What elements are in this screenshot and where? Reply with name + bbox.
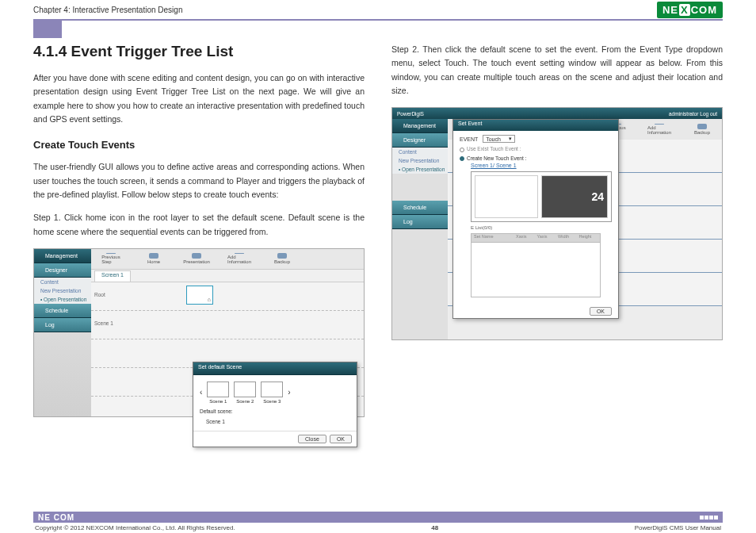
touch-area-columns: Set Name Xaxis Yaxis Width Height [471,233,601,243]
dialog-title: Set default Scene [193,362,357,375]
row-label-root: Root [94,292,105,297]
sidebar-sub-content[interactable]: Content [34,278,91,286]
sb2-schedule[interactable]: Schedule [392,201,448,215]
intro-paragraph: After you have done with scene editing a… [33,71,365,126]
footer-bar: NE COM [33,512,723,523]
ok-button-2[interactable]: OK [590,307,612,316]
elist-label: E List(0/0) [471,225,612,230]
manual-name: PowerDigiS CMS User Manual [635,524,721,531]
sidebar-item-management[interactable]: Management [34,249,91,263]
next-arrow-button[interactable]: › [288,388,290,397]
sidebar-sub-newpresentation[interactable]: New Presentation [34,286,91,295]
sb2-log[interactable]: Log [392,215,448,229]
app-sidebar: Management Designer Content New Presenta… [34,249,91,416]
sb2-content[interactable]: Content [392,148,448,156]
event-type-value: Touch [486,136,501,142]
sidebar-item-schedule[interactable]: Schedule [34,304,91,318]
tb2-addinfo[interactable]: Add Information [654,124,665,135]
scene-root-thumb[interactable]: ⌂ [186,286,213,305]
sidebar-sub-openpresentation[interactable]: • Open Presentation [34,295,91,304]
scene-option-1[interactable]: Scene 1 [207,382,229,404]
default-scene-label: Default scene: [200,408,350,414]
page-number: 48 [431,524,438,531]
row-label-scene1: Scene 1 [94,320,113,326]
touch-area-list[interactable] [471,243,601,297]
subsection-heading: Create Touch Events [33,139,365,151]
home-icon: ⌂ [208,297,211,302]
screen-tabs: Screen 1 [91,270,364,282]
prev-arrow-button[interactable]: ‹ [200,388,202,397]
brand-after: COM [691,4,717,16]
toolbar-addinfo-label: Add Information [227,255,251,264]
tb2-backup-label: Backup [694,130,710,135]
scene-preview[interactable]: 24 [471,171,612,222]
section-heading: 4.1.4 Event Trigger Tree List [33,43,365,60]
brand-logo: NE X COM [657,2,723,18]
sb2-designer[interactable]: Designer [392,133,448,148]
sidebar-item-designer[interactable]: Designer [34,263,91,278]
toolbar-presentation-label: Presentation [183,259,210,264]
scene-option-1-label: Scene 1 [209,399,227,404]
col-width: Width [558,234,579,242]
scene-option-3[interactable]: Scene 3 [261,382,283,404]
scene-path-link[interactable]: Screen 1/ Scene 1 [471,163,612,168]
toolbar-presentation-button[interactable]: Presentation [191,253,202,264]
chapter-title: Chapter 4: Interactive Presentation Desi… [33,6,182,14]
copyright-text: Copyright © 2012 NEXCOM International Co… [35,524,235,531]
set-default-scene-dialog: Set default Scene ‹ Scene 1 Scene 2 Scen… [193,362,357,447]
app-titlebar: PowerDigiS administrator Log out [392,108,722,119]
close-button[interactable]: Close [298,435,326,443]
footer-brand: NE COM [38,513,74,522]
screenshot-step2: PowerDigiS administrator Log out Managem… [391,107,723,340]
opt-use-exist[interactable]: Use Exist Touch Event : [467,146,521,151]
toolbar-home-label: Home [147,259,160,264]
chevron-down-icon: ▾ [509,136,512,142]
sb2-management[interactable]: Management [392,119,448,133]
scene-option-2[interactable]: Scene 2 [234,382,256,404]
page-edge-tab [33,21,62,38]
app-toolbar: Previous Step Home Presentation Add Info… [91,249,364,270]
event-type-select[interactable]: Touch ▾ [483,135,515,143]
scene-option-3-label: Scene 3 [263,399,281,404]
brand-x: X [679,4,690,16]
tb2-addinfo-label: Add Information [647,125,671,135]
toolbar-backup-label: Backup [274,259,290,264]
app-name: PowerDigiS [397,111,424,117]
user-logout[interactable]: administrator Log out [669,111,717,117]
event-label: EVENT [460,136,478,142]
col-height: Height [579,234,601,242]
opt-create-new[interactable]: Create New Touch Event : [467,155,526,161]
app-sidebar2: Management Designer Content New Presenta… [392,119,448,339]
preview-number: 24 [591,190,604,203]
default-scene-value: Scene 1 [200,419,350,424]
sidebar-item-log[interactable]: Log [34,318,91,332]
screenshot-step1: Management Designer Content New Presenta… [33,248,365,417]
toolbar-backup-button[interactable]: Backup [277,253,288,264]
toolbar-addinfo-button[interactable]: Add Information [234,253,245,264]
scene-option-2-label: Scene 2 [236,399,254,404]
col-setname: Set Name [472,234,516,242]
sb2-newpres[interactable]: New Presentation [392,156,448,165]
col-yaxis: Yaxis [537,234,559,242]
sb2-openpres[interactable]: • Open Presentation [392,165,448,174]
footer-decor [700,516,718,520]
trigger-tree-canvas: Root ⌂ Scene 1 Set default Scene [91,282,364,416]
ok-button[interactable]: OK [330,435,352,443]
toolbar-previous-button[interactable]: Previous Step [105,253,116,264]
paragraph-create-touch: The user-friendly GUI allows you to defi… [33,160,365,201]
paragraph-step1: Step 1. Click home icon in the root laye… [33,211,365,239]
col-xaxis: Xaxis [516,234,537,242]
set-event-title: Set Event [453,120,618,131]
paragraph-step2: Step 2. Then click the default scene to … [391,43,723,98]
tab-screen1[interactable]: Screen 1 [94,270,131,282]
toolbar-home-button[interactable]: Home [148,253,159,264]
set-event-dialog: Set Event EVENT Touch ▾ Use Exist Touch … [452,119,619,319]
brand-before: NE [662,4,678,16]
tb2-backup[interactable]: Backup [697,124,708,135]
toolbar-previous-label: Previous Step [101,255,120,264]
